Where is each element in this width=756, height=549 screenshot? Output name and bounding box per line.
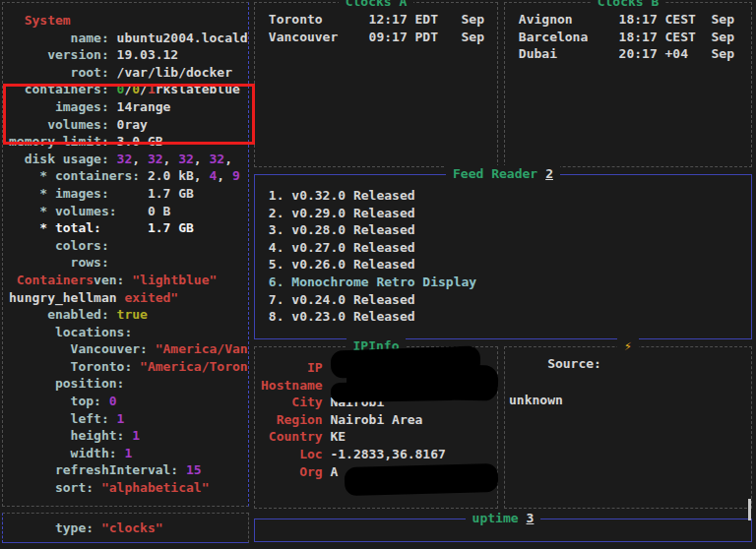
text-line: unknown bbox=[509, 392, 751, 410]
text-line[interactable]: 8. v0.23.0 Released bbox=[261, 308, 751, 326]
text-line: width: 1 bbox=[9, 445, 248, 462]
text-line: left: 1 bbox=[9, 410, 248, 428]
text-line: * containers: 2.0 kB, 4, 9 bbox=[9, 167, 248, 185]
text-line: * volumes: 0 B bbox=[9, 203, 248, 220]
text-line: rows: bbox=[9, 254, 248, 272]
text-line[interactable]: 3. v0.28.0 Released bbox=[261, 221, 751, 239]
text-line: * images: 1.7 GB bbox=[9, 185, 248, 203]
redaction-blob-city bbox=[331, 381, 459, 402]
panel-system-config: System name: ubuntu2004.localdomain vers… bbox=[2, 2, 249, 507]
uptime-title: uptime3 bbox=[255, 510, 751, 527]
panel-feed-reader: Feed Reader2 1. v0.32.0 Released 2. v0.2… bbox=[254, 174, 752, 339]
annotation-highlight-box bbox=[3, 84, 255, 145]
text-line: height: 1 bbox=[9, 427, 248, 445]
panel-title-text: uptime bbox=[472, 511, 519, 525]
text-line: disk usage: 32, 32, 32, 32, bbox=[9, 151, 248, 168]
text-line: Country KE bbox=[261, 428, 497, 446]
text-line: locations: bbox=[9, 324, 248, 341]
text-line: Containersven: "lightblue" bbox=[9, 272, 248, 289]
text-line[interactable]: 7. v0.24.0 Released bbox=[261, 291, 751, 309]
text-line: Avignon 18:17 CEST Sep bbox=[511, 11, 751, 29]
text-line: System bbox=[9, 12, 248, 30]
text-line: name: ubuntu2004.localdomain bbox=[9, 30, 248, 47]
text-line: top: 0 bbox=[9, 393, 248, 410]
panel-clocks-a: Clocks A Toronto 12:17 EDT Sep Vancouver… bbox=[254, 2, 498, 167]
text-line: colors: bbox=[9, 237, 248, 255]
text-line: * total: 1.7 GB bbox=[9, 219, 248, 237]
text-line[interactable]: 1. v0.32.0 Released bbox=[261, 187, 751, 205]
text-line bbox=[509, 374, 751, 393]
panel-clocks-b: Clocks B Avignon 18:17 CEST Sep Barcelon… bbox=[504, 2, 752, 167]
clocks-b-title: Clocks B bbox=[505, 0, 751, 11]
panel-power-source: ⚡ Source:unknown bbox=[504, 346, 752, 509]
text-line: Vancouver 09:17 PDT Sep bbox=[261, 29, 497, 46]
panel-title-text: Clocks A bbox=[346, 0, 408, 9]
text-line: Loc -1.2833,36.8167 bbox=[261, 446, 497, 463]
text-line[interactable]: 4. v0.27.0 Released bbox=[261, 239, 751, 257]
terminal-dashboard: System name: ubuntu2004.localdomain vers… bbox=[0, 0, 756, 549]
text-line: Dubai 20:17 +04 Sep bbox=[511, 45, 751, 63]
text-line: Source: bbox=[509, 355, 751, 374]
feed-item-list: 1. v0.32.0 Released 2. v0.29.0 Released … bbox=[255, 175, 751, 338]
text-line: refreshInterval: 15 bbox=[9, 461, 248, 479]
text-line: root: /var/lib/docker bbox=[9, 64, 248, 82]
clocks-b-rows: Avignon 18:17 CEST Sep Barcelona 18:17 C… bbox=[505, 3, 751, 166]
uptime-count-badge: 3 bbox=[527, 511, 535, 525]
text-line: position: bbox=[9, 375, 248, 393]
text-line: hungry_hellman exited" bbox=[9, 289, 248, 307]
text-line: Region Nairobi Area bbox=[261, 411, 497, 429]
clocks-a-title: Clocks A bbox=[255, 0, 497, 11]
redaction-blob-org bbox=[345, 463, 499, 496]
power-source-title: ⚡ bbox=[505, 337, 751, 355]
text-line: Toronto 12:17 EDT Sep bbox=[261, 11, 497, 29]
panel-title-text: Clocks B bbox=[598, 0, 660, 9]
feed-reader-title: Feed Reader2 bbox=[255, 165, 751, 183]
text-line: version: 19.03.12 bbox=[9, 46, 248, 64]
unread-count-badge: 2 bbox=[545, 166, 553, 181]
panel-title-text: Feed Reader bbox=[453, 166, 537, 181]
text-line: enabled: true bbox=[9, 306, 248, 324]
lightning-bolt-icon: ⚡ bbox=[624, 338, 632, 353]
panel-type-config: type: "clocks" bbox=[2, 513, 249, 543]
panel-uptime: uptime3 bbox=[254, 518, 752, 542]
clocks-a-rows: Toronto 12:17 EDT Sep Vancouver 09:17 PD… bbox=[255, 3, 497, 166]
text-line: type: "clocks" bbox=[9, 519, 248, 537]
text-line: Toronto: "America/Toronto" bbox=[9, 358, 248, 376]
power-source-text: Source:unknown bbox=[505, 347, 751, 508]
text-line: Barcelona 18:17 CEST Sep bbox=[511, 29, 751, 46]
scrollbar-thumb[interactable] bbox=[748, 499, 751, 520]
text-line[interactable]: 6. Monochrome Retro Display bbox=[261, 274, 751, 291]
text-line[interactable]: 2. v0.29.0 Released bbox=[261, 205, 751, 222]
type-config-text: type: "clocks" bbox=[3, 514, 248, 542]
text-line[interactable]: 5. v0.26.0 Released bbox=[261, 256, 751, 274]
system-config-text: System name: ubuntu2004.localdomain vers… bbox=[3, 3, 248, 506]
text-line: sort: "alphabetical" bbox=[9, 479, 248, 497]
text-line: Vancouver: "America/Vancouver" bbox=[9, 340, 248, 358]
